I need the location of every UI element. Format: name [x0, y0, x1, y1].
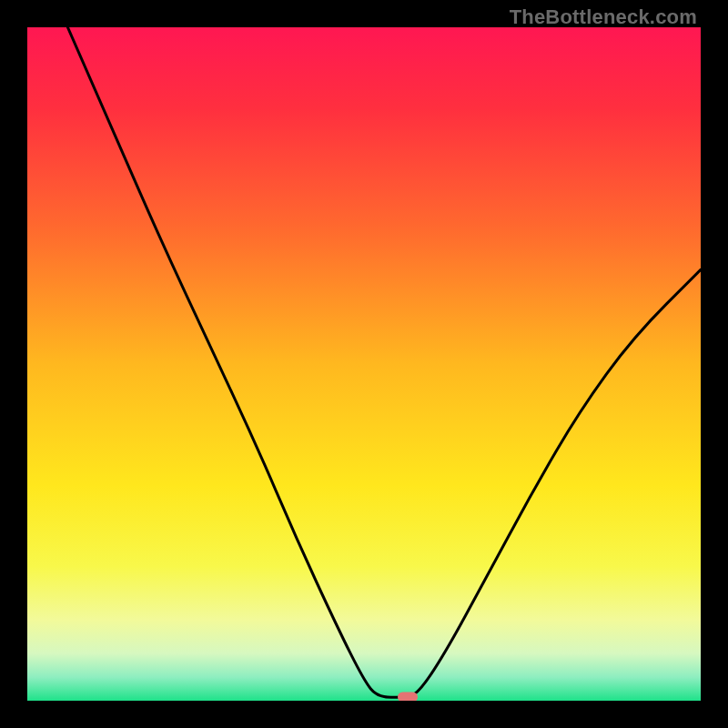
chart-frame: TheBottleneck.com	[0, 0, 728, 728]
watermark-text: TheBottleneck.com	[510, 5, 697, 29]
plot-area	[27, 27, 701, 701]
chart-background	[27, 27, 701, 701]
optimal-point-marker	[398, 693, 418, 701]
chart-svg	[27, 27, 701, 701]
